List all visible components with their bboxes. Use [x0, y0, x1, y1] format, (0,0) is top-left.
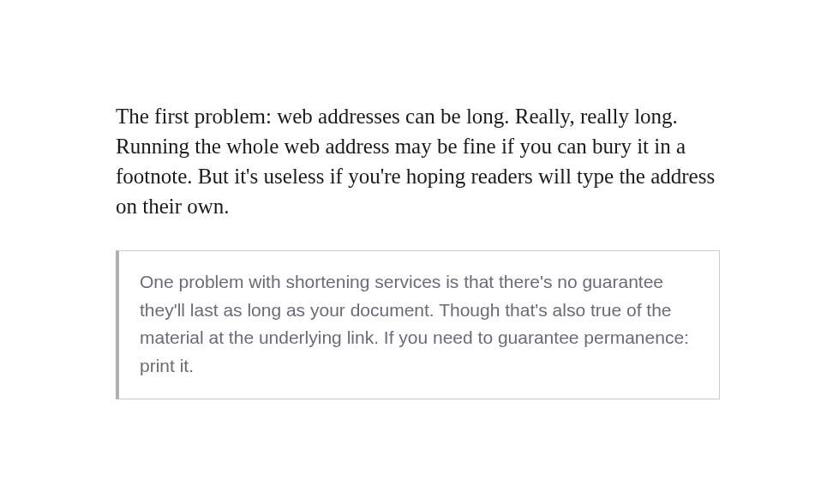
note-callout: One problem with shortening services is … [116, 250, 720, 399]
main-paragraph: The first problem: web addresses can be … [116, 101, 720, 221]
note-text: One problem with shortening services is … [140, 268, 698, 380]
